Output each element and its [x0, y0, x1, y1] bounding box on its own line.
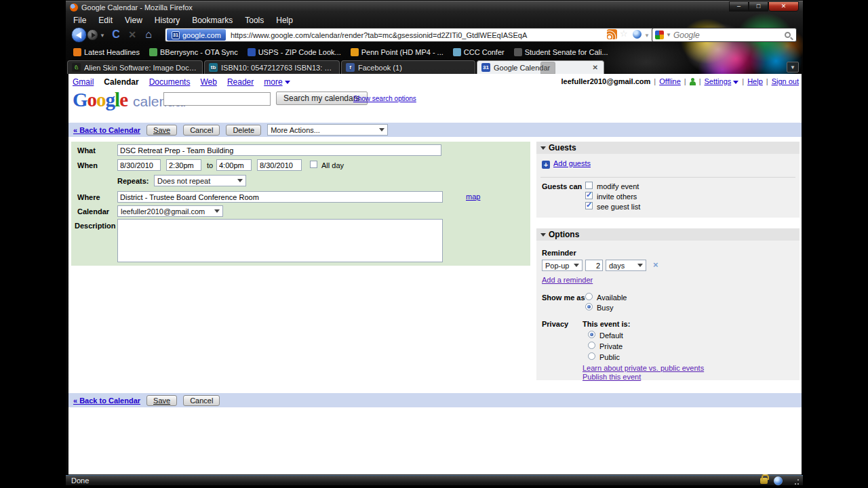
options-section-header[interactable]: Options — [536, 228, 800, 241]
signout-link[interactable]: Sign out — [772, 77, 799, 85]
back-to-calendar-link[interactable]: « Back to Calendar — [73, 396, 140, 405]
description-textarea[interactable] — [117, 219, 443, 262]
close-button[interactable]: ✕ — [768, 1, 799, 12]
rss-icon[interactable] — [607, 29, 617, 39]
add-guests-link[interactable]: +Add guests — [542, 159, 591, 169]
reminder-value-input[interactable] — [585, 260, 603, 271]
privacy-default-radio[interactable] — [588, 331, 595, 338]
stop-button[interactable]: ✕ — [125, 28, 139, 41]
delete-button[interactable]: Delete — [226, 125, 261, 136]
tab-facebook[interactable]: f Facebook (1) — [341, 60, 475, 74]
remove-reminder-icon[interactable]: × — [653, 260, 658, 270]
back-button[interactable] — [71, 27, 87, 43]
menu-history[interactable]: History — [149, 14, 186, 26]
url-bar[interactable]: 31 google.com https://www.google.com/cal… — [165, 28, 667, 42]
start-time-input[interactable] — [166, 159, 201, 171]
list-all-tabs-button[interactable]: ▼ — [787, 62, 799, 73]
nav-gmail[interactable]: Gmail — [73, 77, 94, 87]
cancel-button[interactable]: Cancel — [183, 125, 220, 136]
help-link[interactable]: Help — [747, 77, 763, 85]
google-search-engine-icon[interactable] — [655, 30, 664, 39]
thriftbooks-icon: tb — [209, 63, 218, 72]
tab-close-icon[interactable]: ✕ — [591, 64, 599, 71]
privacy-private-radio[interactable] — [588, 342, 595, 349]
bookmark-item[interactable]: BBerrysync - OTA Sync — [144, 48, 243, 56]
menu-edit[interactable]: Edit — [92, 14, 119, 26]
calendar-label: Calendar — [77, 207, 109, 216]
add-reminder-link[interactable]: Add a reminder — [542, 276, 593, 284]
end-time-input[interactable] — [216, 159, 252, 171]
dropdown-icon[interactable]: ▼ — [644, 33, 650, 39]
save-button[interactable]: Save — [146, 125, 177, 136]
history-dropdown-icon[interactable]: ▼ — [100, 33, 105, 39]
busy-radio[interactable] — [585, 303, 593, 310]
menu-bookmarks[interactable]: Bookmarks — [186, 14, 239, 26]
reload-button[interactable]: C — [109, 28, 123, 41]
divider — [540, 177, 795, 178]
search-engine-dropdown-icon[interactable]: ▼ — [666, 32, 671, 38]
menu-tools[interactable]: Tools — [239, 14, 270, 26]
cancel-button[interactable]: Cancel — [183, 395, 220, 406]
privacy-public-radio[interactable] — [588, 352, 595, 360]
reminder-unit-select[interactable]: days — [606, 260, 646, 271]
globe-icon[interactable] — [633, 30, 642, 39]
nav-reader[interactable]: Reader — [227, 77, 254, 87]
save-button[interactable]: Save — [146, 395, 177, 406]
web-search-box[interactable]: ▼ — [652, 28, 797, 42]
end-date-input[interactable] — [257, 159, 302, 171]
options-section: Reminder Pop-up days × Add a reminder Sh… — [536, 241, 800, 380]
event-sidebar: Guests +Add guests Guests can modify eve… — [536, 142, 800, 380]
maximize-button[interactable]: □ — [749, 1, 768, 12]
available-radio[interactable] — [585, 293, 593, 300]
calendar-search-input[interactable] — [163, 92, 271, 106]
invite-others-checkbox[interactable] — [585, 192, 593, 199]
learn-private-public-link[interactable]: Learn about private vs. public events — [583, 364, 704, 372]
guests-section-header[interactable]: Guests — [536, 142, 800, 154]
bookmark-item[interactable]: Penn Point (HD MP4 - ... — [346, 48, 448, 56]
offline-link[interactable]: Offline — [659, 77, 681, 85]
menu-help[interactable]: Help — [270, 14, 299, 26]
resize-grip[interactable] — [793, 479, 799, 485]
new-tab-stub[interactable] — [540, 62, 555, 74]
what-input[interactable] — [117, 144, 441, 156]
tab-isbn[interactable]: tb ISBN10: 0547212763 ISBN13: 978054... — [204, 60, 340, 74]
reminder-method-select[interactable]: Pop-up — [542, 260, 583, 271]
home-button[interactable]: ⌂ — [142, 28, 155, 41]
show-search-options-link[interactable]: Show search options — [353, 95, 416, 102]
search-icon[interactable] — [785, 32, 791, 38]
web-search-input[interactable] — [673, 30, 785, 40]
start-date-input[interactable] — [117, 159, 161, 171]
see-guest-list-checkbox[interactable] — [585, 202, 593, 209]
nav-more[interactable]: more — [264, 77, 290, 87]
bookmark-item[interactable]: Latest Headlines — [68, 48, 144, 56]
site-identity-button[interactable]: 31 google.com — [167, 29, 226, 41]
where-input[interactable] — [117, 191, 443, 203]
all-day-checkbox[interactable] — [310, 161, 317, 168]
what-label: What — [77, 146, 96, 155]
modify-event-checkbox[interactable] — [585, 182, 593, 189]
menu-file[interactable]: File — [67, 14, 92, 26]
repeats-select[interactable]: Does not repeat — [154, 175, 246, 186]
settings-menu[interactable]: Settings — [705, 77, 739, 85]
account-email: leefuller2010@gmail.com — [561, 77, 651, 85]
tab-alien-skin[interactable]: ♘ Alien Skin Software: Image Doctor S... — [67, 60, 203, 74]
map-link[interactable]: map — [466, 192, 480, 201]
calendar-select[interactable]: leefuller2010@gmail.com — [117, 205, 223, 217]
bookmark-star-icon[interactable]: ☆ — [620, 28, 628, 39]
publish-event-link[interactable]: Publish this event — [583, 373, 641, 381]
title-bar[interactable]: Google Calendar - Mozilla Firefox – □ ✕ — [66, 1, 803, 13]
back-to-calendar-link[interactable]: « Back to Calendar — [73, 126, 140, 134]
bookmark-item[interactable]: CCC Confer — [448, 48, 509, 56]
show-me-as-label: Show me as — [542, 293, 585, 302]
menu-view[interactable]: View — [119, 14, 149, 26]
bookmark-item[interactable]: USPS - ZIP Code Look... — [243, 48, 346, 56]
nav-web[interactable]: Web — [200, 77, 216, 87]
forward-button[interactable] — [87, 29, 98, 41]
nav-documents[interactable]: Documents — [149, 77, 191, 87]
more-actions-select[interactable]: More Actions... — [267, 124, 388, 136]
bookmark-item[interactable]: Student Senate for Cali... — [509, 48, 613, 56]
firefox-icon — [70, 3, 78, 12]
event-toolbar-bottom: « Back to Calendar Save Cancel — [68, 393, 802, 407]
chat-status-icon[interactable] — [690, 78, 696, 85]
minimize-button[interactable]: – — [729, 1, 749, 12]
